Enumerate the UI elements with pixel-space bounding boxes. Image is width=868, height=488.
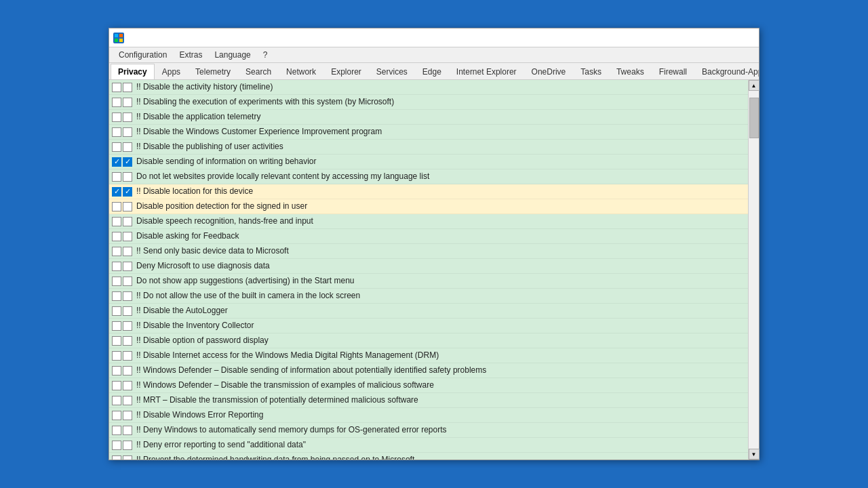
tab-services[interactable]: Services: [369, 64, 415, 79]
minimize-button[interactable]: [703, 31, 719, 45]
checkbox-pair-4: [112, 142, 132, 152]
svg-rect-3: [119, 39, 123, 42]
checkbox1-20[interactable]: [112, 381, 121, 390]
list-item: !! Send only basic device data to Micros…: [109, 244, 748, 259]
tab-search[interactable]: Search: [238, 64, 279, 79]
checkbox1-21[interactable]: [112, 396, 121, 405]
item-text-14: !! Do not allow the use of the built in …: [136, 291, 360, 302]
checkbox1-5[interactable]: ✓: [112, 157, 121, 167]
svg-rect-0: [115, 34, 118, 37]
items-list[interactable]: !! Disable the activity history (timelin…: [109, 80, 748, 460]
checkbox1-3[interactable]: [112, 127, 121, 137]
checkbox2-2[interactable]: [123, 113, 132, 122]
checkbox1-16[interactable]: [112, 321, 121, 331]
tab-tasks[interactable]: Tasks: [573, 64, 609, 79]
list-item: Deny Microsoft to use diagnosis data: [109, 259, 748, 274]
checkbox-pair-12: [112, 262, 132, 271]
list-item: !! Disable the activity history (timelin…: [109, 80, 748, 95]
checkbox1-17[interactable]: [112, 336, 121, 346]
close-button[interactable]: [738, 31, 755, 45]
checkbox2-7[interactable]: ✓: [123, 187, 132, 197]
checkbox1-10[interactable]: [112, 232, 121, 241]
scroll-down-arrow[interactable]: ▼: [749, 449, 760, 460]
checkbox1-2[interactable]: [112, 113, 121, 122]
checkbox1-9[interactable]: [112, 217, 121, 226]
checkbox1-15[interactable]: [112, 306, 121, 316]
checkbox2-12[interactable]: [123, 262, 132, 271]
item-text-13: Do not show app suggestions (advertising…: [136, 276, 355, 287]
checkbox-pair-21: [112, 396, 132, 405]
menu-item-language[interactable]: Language: [209, 49, 256, 61]
checkbox2-17[interactable]: [123, 336, 132, 346]
menu-item-extras[interactable]: Extras: [174, 49, 208, 61]
scroll-thumb[interactable]: [749, 98, 759, 138]
checkbox1-23[interactable]: [112, 426, 121, 435]
tab-background-apps[interactable]: Background-Apps: [694, 64, 759, 79]
list-item: !! Prevent the determined handwriting da…: [109, 453, 748, 460]
checkbox2-18[interactable]: [123, 351, 132, 361]
scroll-up-arrow[interactable]: ▲: [749, 80, 760, 91]
checkbox2-19[interactable]: [123, 366, 132, 375]
checkbox1-24[interactable]: [112, 441, 121, 450]
checkbox2-23[interactable]: [123, 426, 132, 435]
tab-network[interactable]: Network: [279, 64, 323, 79]
checkbox2-14[interactable]: [123, 291, 132, 301]
checkbox-pair-13: [112, 277, 132, 286]
tab-tweaks[interactable]: Tweaks: [609, 64, 652, 79]
item-text-19: !! Windows Defender – Disable sending of…: [136, 365, 486, 376]
maximize-button[interactable]: [721, 31, 737, 45]
list-item: !! Deny Windows to automatically send me…: [109, 423, 748, 438]
checkbox2-5[interactable]: ✓: [123, 157, 132, 167]
checkbox2-0[interactable]: [123, 83, 132, 92]
checkbox2-1[interactable]: [123, 98, 132, 107]
checkbox-pair-9: [112, 217, 132, 226]
checkbox1-25[interactable]: [112, 455, 121, 460]
tab-privacy[interactable]: Privacy: [111, 64, 155, 79]
checkbox2-4[interactable]: [123, 142, 132, 152]
checkbox2-11[interactable]: [123, 247, 132, 256]
tab-onedrive[interactable]: OneDrive: [524, 64, 574, 79]
tab-internet-explorer[interactable]: Internet Explorer: [449, 64, 524, 79]
checkbox-pair-15: [112, 306, 132, 316]
tab-telemetry[interactable]: Telemetry: [188, 64, 238, 79]
tab-edge[interactable]: Edge: [415, 64, 449, 79]
tab-apps[interactable]: Apps: [155, 64, 188, 79]
list-item: !! Disable the Inventory Collector: [109, 319, 748, 333]
checkbox2-6[interactable]: [123, 172, 132, 182]
item-text-22: !! Disable Windows Error Reporting: [136, 410, 263, 421]
checkbox1-11[interactable]: [112, 247, 121, 256]
checkbox1-12[interactable]: [112, 262, 121, 271]
checkbox1-8[interactable]: [112, 202, 121, 211]
checkbox1-0[interactable]: [112, 83, 121, 92]
checkbox2-3[interactable]: [123, 127, 132, 137]
checkbox1-6[interactable]: [112, 172, 121, 182]
checkbox-pair-17: [112, 336, 132, 346]
checkbox1-14[interactable]: [112, 291, 121, 301]
list-item: Disable position detection for the signe…: [109, 199, 748, 214]
menu-item-?[interactable]: ?: [258, 49, 273, 61]
checkbox2-10[interactable]: [123, 232, 132, 241]
item-text-9: Disable speech recognition, hands-free a…: [136, 216, 313, 227]
checkbox2-9[interactable]: [123, 217, 132, 226]
menu-item-configuration[interactable]: Configuration: [113, 49, 172, 61]
checkbox1-4[interactable]: [112, 142, 121, 152]
checkbox2-13[interactable]: [123, 277, 132, 286]
checkbox1-19[interactable]: [112, 366, 121, 375]
checkbox2-21[interactable]: [123, 396, 132, 405]
checkbox2-22[interactable]: [123, 411, 132, 420]
checkbox1-13[interactable]: [112, 277, 121, 286]
checkbox-pair-6: [112, 172, 132, 182]
checkbox2-20[interactable]: [123, 381, 132, 390]
tab-firewall[interactable]: Firewall: [652, 64, 694, 79]
checkbox1-22[interactable]: [112, 411, 121, 420]
tab-explorer[interactable]: Explorer: [323, 64, 369, 79]
checkbox1-1[interactable]: [112, 98, 121, 107]
item-text-0: !! Disable the activity history (timelin…: [136, 82, 273, 93]
checkbox2-25[interactable]: [123, 455, 132, 460]
checkbox1-18[interactable]: [112, 351, 121, 361]
checkbox2-8[interactable]: [123, 202, 132, 211]
checkbox2-24[interactable]: [123, 441, 132, 450]
checkbox1-7[interactable]: ✓: [112, 187, 121, 197]
checkbox2-15[interactable]: [123, 306, 132, 316]
checkbox2-16[interactable]: [123, 321, 132, 331]
